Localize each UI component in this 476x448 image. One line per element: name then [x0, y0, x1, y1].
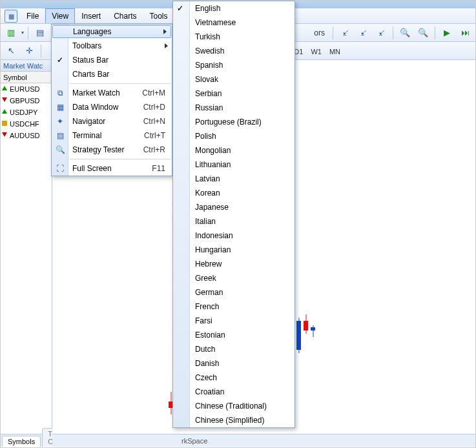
- st-icon: 🔍: [54, 144, 66, 156]
- shift-icon[interactable]: ⏭: [457, 26, 473, 40]
- language-lithuanian[interactable]: Lithuanian: [173, 158, 295, 172]
- language-chinese-simplified-[interactable]: Chinese (Simplified): [173, 413, 295, 427]
- market-watch-panel: Market Watc Symbol EURUSDGBPUSDUSDJPYUSD…: [1, 60, 52, 447]
- language-serbian[interactable]: Serbian: [173, 87, 295, 101]
- language-english[interactable]: ✓English: [173, 1, 295, 15]
- language-french[interactable]: French: [173, 300, 295, 314]
- languages-submenu: ✓EnglishVietnameseTurkishSwedishSpanishS…: [172, 1, 295, 428]
- view-menu-market-watch[interactable]: ⧉Market WatchCtrl+M: [52, 86, 172, 100]
- new-chart-icon[interactable]: ▥: [3, 26, 19, 40]
- view-menu-charts-bar[interactable]: Charts Bar: [52, 67, 172, 81]
- crosshair-icon[interactable]: ✛: [21, 44, 37, 58]
- view-menu-navigator[interactable]: ✦NavigatorCtrl+N: [52, 114, 172, 128]
- zoom-out-icon[interactable]: 🔍: [415, 26, 431, 40]
- language-label: Swedish: [195, 46, 224, 56]
- line-tool-icon[interactable]: ⭹: [337, 26, 353, 40]
- menu-tools[interactable]: Tools: [143, 8, 174, 23]
- timeframe-mn[interactable]: MN: [326, 45, 344, 57]
- submenu-caret-icon: [163, 29, 167, 34]
- view-menu-data-window[interactable]: ▦Data WindowCtrl+D: [52, 100, 172, 114]
- toolbar-indicator-label[interactable]: ors: [314, 28, 329, 37]
- language-danish[interactable]: Danish: [173, 356, 295, 371]
- app-icon[interactable]: ▦: [5, 10, 17, 23]
- view-menu-full-screen[interactable]: ⛶Full ScreenF11: [52, 161, 172, 176]
- view-menu-terminal[interactable]: ▤TerminalCtrl+T: [52, 128, 172, 143]
- language-japanese[interactable]: Japanese: [173, 200, 295, 214]
- language-spanish[interactable]: Spanish: [173, 58, 295, 72]
- language-label: Greek: [195, 274, 216, 283]
- candle: [311, 266, 315, 427]
- language-label: Hungarian: [195, 245, 231, 254]
- language-turkish[interactable]: Turkish: [173, 30, 295, 44]
- language-german[interactable]: German: [173, 285, 295, 300]
- language-label: Estonian: [195, 331, 225, 340]
- workspace-label[interactable]: rkSpace: [181, 437, 207, 445]
- market-watch-row[interactable]: AUDUSD: [1, 130, 52, 141]
- language-hungarian[interactable]: Hungarian: [173, 243, 295, 257]
- menu-item-label: Market Watch: [72, 88, 120, 97]
- check-icon: ✓: [177, 4, 183, 13]
- language-croatian[interactable]: Croatian: [173, 385, 295, 399]
- language-czech[interactable]: Czech: [173, 371, 295, 385]
- menu-file[interactable]: File: [20, 8, 45, 23]
- timeframe-w1[interactable]: W1: [307, 45, 325, 57]
- market-watch-row[interactable]: USDJPY: [1, 107, 52, 118]
- view-menu-languages[interactable]: Languages: [52, 25, 171, 38]
- line-tool3-icon[interactable]: ⭹: [373, 26, 389, 40]
- line-tool2-icon[interactable]: ⭹: [355, 26, 371, 40]
- language-label: Japanese: [195, 203, 229, 212]
- language-polish[interactable]: Polish: [173, 129, 295, 143]
- language-korean[interactable]: Korean: [173, 186, 295, 200]
- menu-item-label: Status Bar: [72, 56, 109, 65]
- language-mongolian[interactable]: Mongolian: [173, 143, 295, 158]
- language-portuguese-brazil-[interactable]: Portuguese (Brazil): [173, 115, 295, 129]
- language-hebrew[interactable]: Hebrew: [173, 257, 295, 271]
- view-menu-toolbars[interactable]: Toolbars: [52, 39, 172, 53]
- language-slovak[interactable]: Slovak: [173, 72, 295, 87]
- zoom-in-icon[interactable]: 🔍: [397, 26, 413, 40]
- language-russian[interactable]: Russian: [173, 101, 295, 115]
- autoscroll-icon[interactable]: ▶: [439, 26, 455, 40]
- language-label: Danish: [195, 359, 219, 368]
- language-swedish[interactable]: Swedish: [173, 44, 295, 58]
- menu-item-label: Charts Bar: [72, 70, 109, 79]
- language-latvian[interactable]: Latvian: [173, 172, 295, 186]
- shortcut-label: Ctrl+N: [143, 117, 165, 126]
- candle: [296, 266, 301, 427]
- language-greek[interactable]: Greek: [173, 271, 295, 285]
- language-label: Turkish: [195, 32, 220, 41]
- language-indonesian[interactable]: Indonesian: [173, 229, 295, 243]
- menu-charts[interactable]: Charts: [107, 8, 143, 23]
- menu-insert[interactable]: Insert: [75, 8, 107, 23]
- language-dutch[interactable]: Dutch: [173, 342, 295, 356]
- menu-view[interactable]: View: [45, 8, 75, 23]
- shortcut-label: Ctrl+R: [143, 145, 165, 154]
- market-watch-col-symbol[interactable]: Symbol: [1, 72, 52, 83]
- market-watch-title: Market Watc: [1, 60, 52, 72]
- symbol-label: EURUSD: [10, 85, 39, 93]
- tab-symbols[interactable]: Symbols: [2, 436, 41, 447]
- language-chinese-traditional-[interactable]: Chinese (Traditional): [173, 399, 295, 413]
- mw-icon: ⧉: [54, 87, 66, 99]
- view-menu-status-bar[interactable]: Status Bar: [52, 53, 172, 67]
- language-vietnamese[interactable]: Vietnamese: [173, 15, 295, 30]
- cursor-icon[interactable]: ↖: [3, 44, 19, 58]
- preset-icon[interactable]: ▤: [32, 26, 48, 40]
- language-estonian[interactable]: Estonian: [173, 328, 295, 342]
- language-farsi[interactable]: Farsi: [173, 314, 295, 328]
- view-menu-strategy-tester[interactable]: 🔍Strategy TesterCtrl+R: [52, 143, 172, 157]
- market-watch-row[interactable]: EURUSD: [1, 83, 52, 95]
- language-label: Portuguese (Brazil): [195, 117, 262, 127]
- view-menu: LanguagesToolbarsStatus BarCharts Bar⧉Ma…: [51, 24, 172, 176]
- arrow-down-icon: [2, 97, 8, 104]
- market-watch-row[interactable]: GBPUSD: [1, 95, 52, 107]
- shortcut-label: Ctrl+M: [142, 88, 165, 97]
- language-italian[interactable]: Italian: [173, 214, 295, 229]
- language-label: German: [195, 288, 223, 297]
- symbol-label: USDCHF: [10, 120, 39, 128]
- dw-icon: ▦: [54, 101, 66, 113]
- symbol-label: GBPUSD: [10, 97, 39, 105]
- market-watch-row[interactable]: USDCHF: [1, 118, 52, 130]
- language-label: Serbian: [195, 89, 222, 98]
- menu-item-label: Navigator: [72, 117, 105, 126]
